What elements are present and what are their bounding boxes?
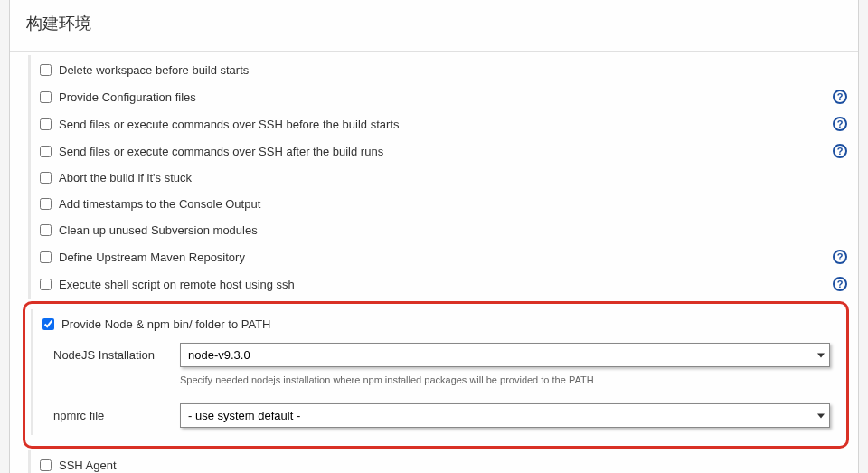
npmrc-file-row: npmrc file - use system default - (33, 398, 846, 433)
checkbox-send-ssh-after[interactable] (40, 146, 52, 157)
label-delete-workspace: Delete workspace before build starts (59, 63, 249, 77)
checkbox-send-ssh-before[interactable] (40, 118, 52, 130)
option-add-timestamps[interactable]: Add timestamps to the Console Output (31, 191, 858, 217)
checkbox-cleanup-svn[interactable] (40, 224, 52, 236)
option-abort-stuck[interactable]: Abort the build if it's stuck (31, 165, 858, 191)
checkbox-provide-node-npm[interactable] (42, 318, 54, 330)
label-send-ssh-after: Send files or execute commands over SSH … (59, 145, 383, 158)
option-send-ssh-after[interactable]: Send files or execute commands over SSH … (31, 137, 858, 165)
npmrc-file-select[interactable]: - use system default - (180, 403, 830, 428)
npmrc-file-select-wrap: - use system default - (180, 403, 830, 428)
options-block: Delete workspace before build starts Pro… (28, 55, 858, 299)
node-npm-block: Provide Node & npm bin/ folder to PATH N… (31, 309, 846, 435)
help-icon[interactable]: ? (833, 90, 847, 104)
nodejs-installation-hint: Specify needed nodejs installation where… (33, 373, 846, 398)
label-ssh-agent: SSH Agent (59, 459, 117, 472)
section-title: 构建环境 (10, 7, 858, 52)
label-send-ssh-before: Send files or execute commands over SSH … (59, 118, 399, 131)
nodejs-installation-label: NodeJS Installation (53, 348, 180, 362)
checkbox-add-timestamps[interactable] (40, 198, 52, 210)
help-icon[interactable]: ? (833, 250, 847, 264)
checkbox-define-upstream[interactable] (40, 251, 52, 263)
nodejs-installation-select[interactable]: node-v9.3.0 (180, 343, 830, 367)
label-provide-config: Provide Configuration files (59, 90, 196, 104)
after-options-block: SSH Agent Use secret text(s) or file(s) … (28, 450, 858, 473)
svg-text:?: ? (837, 91, 844, 102)
label-abort-stuck: Abort the build if it's stuck (59, 171, 192, 184)
option-execute-shell-ssh[interactable]: Execute shell script on remote host usin… (31, 270, 858, 298)
option-provide-config[interactable]: Provide Configuration files ? (31, 83, 858, 110)
checkbox-provide-config[interactable] (40, 91, 52, 103)
node-npm-highlight: Provide Node & npm bin/ folder to PATH N… (23, 301, 849, 449)
svg-text:?: ? (837, 146, 844, 156)
checkbox-execute-shell-ssh[interactable] (40, 279, 52, 290)
option-delete-workspace[interactable]: Delete workspace before build starts (31, 57, 858, 83)
label-add-timestamps: Add timestamps to the Console Output (59, 197, 260, 211)
checkbox-delete-workspace[interactable] (40, 64, 52, 76)
option-send-ssh-before[interactable]: Send files or execute commands over SSH … (31, 110, 858, 137)
checkbox-abort-stuck[interactable] (40, 172, 52, 184)
checkbox-ssh-agent[interactable] (40, 459, 52, 471)
option-define-upstream[interactable]: Define Upstream Maven Repository ? (31, 243, 858, 270)
svg-text:?: ? (837, 279, 844, 289)
svg-text:?: ? (837, 251, 844, 262)
label-execute-shell-ssh: Execute shell script on remote host usin… (59, 278, 295, 291)
help-icon[interactable]: ? (833, 277, 847, 291)
help-icon[interactable]: ? (833, 144, 847, 158)
option-provide-node-npm[interactable]: Provide Node & npm bin/ folder to PATH (33, 311, 846, 337)
nodejs-installation-select-wrap: node-v9.3.0 (180, 343, 830, 367)
label-provide-node-npm: Provide Node & npm bin/ folder to PATH (61, 317, 270, 331)
svg-text:?: ? (837, 118, 844, 129)
label-cleanup-svn: Clean up unused Subversion modules (59, 223, 258, 237)
help-icon[interactable]: ? (833, 117, 847, 131)
nodejs-installation-row: NodeJS Installation node-v9.3.0 (33, 337, 846, 373)
build-env-panel: 构建环境 Delete workspace before build start… (9, 0, 859, 473)
npmrc-file-label: npmrc file (53, 409, 180, 422)
option-ssh-agent[interactable]: SSH Agent (31, 452, 858, 473)
option-cleanup-svn[interactable]: Clean up unused Subversion modules (31, 217, 858, 243)
label-define-upstream: Define Upstream Maven Repository (59, 251, 245, 264)
